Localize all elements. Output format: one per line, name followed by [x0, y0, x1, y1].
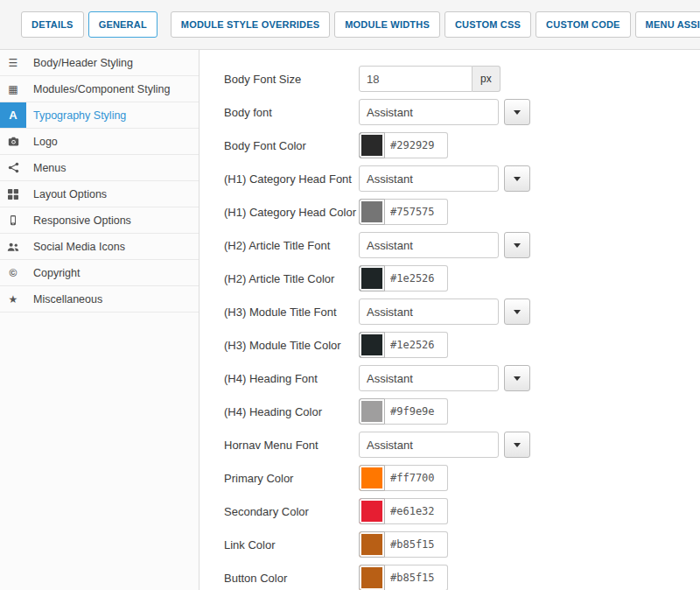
color-control	[359, 398, 448, 425]
font-select-control: Assistant	[359, 432, 530, 458]
sidebar-item-menus[interactable]: Menus	[0, 155, 199, 181]
form-row-body-font-color: Body Font Color	[224, 132, 700, 158]
dropdown-caret-button[interactable]	[504, 365, 530, 391]
tab-module-widths[interactable]: MODULE WIDTHS	[334, 11, 440, 38]
tab-label: GENERAL	[99, 19, 147, 30]
h3-module-title-color-input[interactable]	[385, 332, 448, 358]
color-control	[359, 531, 448, 558]
color-control	[359, 465, 448, 491]
body-font-select[interactable]: Assistant	[359, 99, 499, 125]
sidebar-item-modules-component-styling[interactable]: ▦ Modules/Component Styling	[0, 76, 199, 102]
sidebar-item-miscellaneous[interactable]: ★ Miscellaneous	[0, 286, 199, 313]
dropdown-caret-button[interactable]	[504, 232, 530, 258]
modules-grid-icon: ▦	[0, 76, 26, 102]
form-row-h4-heading-font: (H4) Heading Font Assistant	[224, 365, 700, 391]
sidebar-item-label: Responsive Options	[26, 207, 131, 233]
caret-down-icon	[514, 177, 521, 181]
primary-color-input[interactable]	[385, 465, 448, 491]
caret-down-icon	[514, 443, 521, 447]
caret-down-icon	[514, 310, 521, 314]
field-label: (H2) Article Title Color	[224, 272, 359, 285]
body-font-size-input[interactable]	[359, 66, 472, 92]
field-label: (H4) Heading Color	[224, 405, 359, 418]
primary-color-swatch[interactable]	[359, 465, 385, 491]
h3-module-title-font-select[interactable]: Assistant	[359, 299, 499, 325]
form-row-secondary-color: Secondary Color	[224, 498, 700, 524]
link-color-swatch[interactable]	[359, 531, 385, 558]
camera-icon	[0, 129, 26, 154]
h1-category-head-color-input[interactable]	[385, 199, 448, 225]
tab-general[interactable]: GENERAL	[88, 11, 158, 38]
field-label: (H3) Module Title Font	[224, 306, 359, 319]
dropdown-caret-button[interactable]	[504, 432, 530, 458]
tab-custom-code[interactable]: CUSTOM CODE	[536, 11, 631, 38]
font-select-control: Assistant	[359, 165, 530, 192]
form-row-body-font: Body font Assistant	[224, 99, 700, 125]
sidebar-item-logo[interactable]: Logo	[0, 129, 199, 155]
form-row-h4-heading-color: (H4) Heading Color	[224, 398, 700, 425]
form-row-h3-module-title-color: (H3) Module Title Color	[224, 332, 700, 358]
color-control	[359, 332, 448, 358]
content-area: ☰ Body/Header Styling ▦ Modules/Componen…	[0, 50, 700, 590]
h1-category-head-color-swatch[interactable]	[359, 199, 385, 225]
form-row-h1-category-head-font: (H1) Category Head Font Assistant	[224, 165, 700, 192]
button-color-input[interactable]	[385, 565, 448, 590]
body-font-color-input[interactable]	[385, 132, 448, 158]
dropdown-caret-button[interactable]	[504, 99, 530, 125]
h4-heading-color-input[interactable]	[385, 398, 448, 425]
field-label: Secondary Color	[224, 505, 359, 518]
h3-module-title-color-swatch[interactable]	[359, 332, 385, 358]
sidebar-item-responsive-options[interactable]: Responsive Options	[0, 207, 199, 234]
sidebar-item-layout-options[interactable]: Layout Options	[0, 181, 199, 207]
settings-sidebar: ☰ Body/Header Styling ▦ Modules/Componen…	[0, 50, 200, 590]
tab-module-style-overrides[interactable]: MODULE STYLE OVERRIDES	[171, 11, 330, 38]
form-row-h3-module-title-font: (H3) Module Title Font Assistant	[224, 299, 700, 325]
tab-label: CUSTOM CSS	[455, 19, 521, 30]
sidebar-item-social-media-icons[interactable]: Social Media Icons	[0, 234, 199, 260]
font-select-control: Assistant	[359, 232, 530, 258]
field-label: (H2) Article Title Font	[224, 239, 359, 252]
field-label: (H1) Category Head Color	[224, 206, 359, 219]
field-label: (H1) Category Head Font	[224, 172, 359, 186]
form-row-h2-article-title-color: (H2) Article Title Color	[224, 265, 700, 291]
secondary-color-swatch[interactable]	[359, 498, 385, 524]
sidebar-item-typography-styling[interactable]: A Typography Styling	[0, 102, 199, 129]
h2-article-title-font-select[interactable]: Assistant	[359, 232, 499, 258]
form-row-primary-color: Primary Color	[224, 465, 700, 491]
h2-article-title-color-input[interactable]	[385, 265, 448, 291]
sidebar-item-label: Modules/Component Styling	[26, 76, 170, 102]
color-control	[359, 565, 448, 590]
sidebar-item-label: Copyright	[26, 260, 80, 285]
button-color-swatch[interactable]	[359, 565, 385, 590]
link-color-input[interactable]	[385, 531, 448, 558]
sidebar-item-copyright[interactable]: © Copyright	[0, 260, 199, 286]
sidebar-item-label: Logo	[26, 129, 58, 154]
tab-label: MODULE STYLE OVERRIDES	[181, 19, 319, 30]
tab-custom-css[interactable]: CUSTOM CSS	[444, 11, 531, 38]
body-font-color-swatch[interactable]	[359, 132, 385, 158]
form-row-button-color: Button Color	[224, 565, 700, 590]
h1-category-head-font-select[interactable]: Assistant	[359, 165, 499, 192]
secondary-color-input[interactable]	[385, 498, 448, 524]
field-label: Link Color	[224, 538, 359, 551]
tab-details[interactable]: DETAILS	[21, 11, 84, 38]
dropdown-caret-button[interactable]	[504, 299, 530, 325]
star-icon: ★	[0, 286, 26, 312]
hornav-menu-font-select[interactable]: Assistant	[359, 432, 499, 458]
tab-label: MODULE WIDTHS	[345, 19, 430, 30]
field-label: (H3) Module Title Color	[224, 339, 359, 352]
form-row-h1-category-head-color: (H1) Category Head Color	[224, 199, 700, 225]
h4-heading-font-select[interactable]: Assistant	[359, 365, 499, 391]
dropdown-caret-button[interactable]	[504, 165, 530, 192]
h2-article-title-color-swatch[interactable]	[359, 265, 385, 291]
font-select-control: Assistant	[359, 99, 530, 125]
tab-label: DETAILS	[32, 19, 74, 30]
sidebar-item-body-header-styling[interactable]: ☰ Body/Header Styling	[0, 50, 199, 76]
tab-menu-assignment[interactable]: MENU ASSIGNMENT	[635, 11, 700, 38]
sidebar-item-label: Typography Styling	[26, 102, 126, 128]
color-control	[359, 132, 448, 158]
h4-heading-color-swatch[interactable]	[359, 398, 385, 425]
menu-lines-icon: ☰	[0, 50, 26, 75]
sidebar-item-label: Menus	[26, 155, 66, 180]
tab-bar: DETAILS GENERAL MODULE STYLE OVERRIDES M…	[0, 0, 700, 50]
